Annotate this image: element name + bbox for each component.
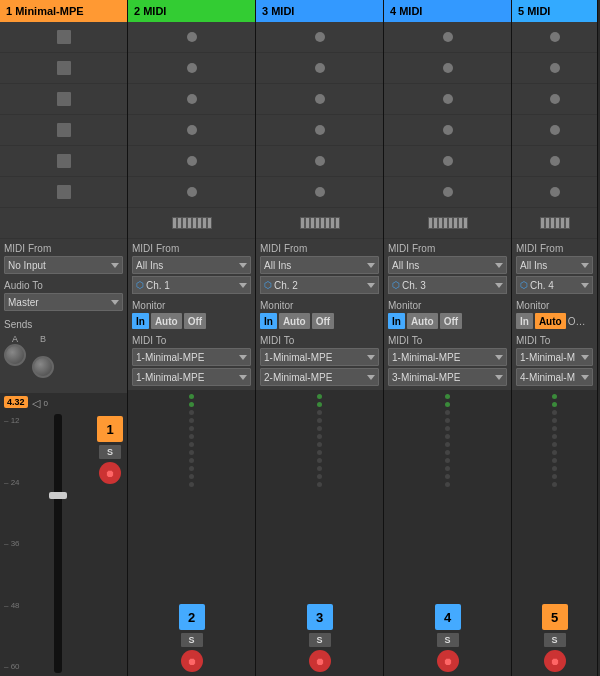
clip-slot-1-2[interactable] — [0, 53, 127, 84]
monitor-row-2: In Auto Off — [132, 313, 251, 329]
level-dot — [445, 394, 450, 399]
midi-to-dropdown-2b[interactable]: 1-Minimal-MPE — [132, 368, 251, 386]
clip-slot-3-4[interactable] — [256, 115, 383, 146]
midi-to-dropdown-5b[interactable]: 4-Minimal-M — [516, 368, 593, 386]
clip-slot-4-2[interactable] — [384, 53, 511, 84]
midi-to-dropdown-2a[interactable]: 1-Minimal-MPE — [132, 348, 251, 366]
midi-to-dropdown-3b[interactable]: 2-Minimal-MPE — [260, 368, 379, 386]
clip-slot-2-1[interactable] — [128, 22, 255, 53]
track-1-header[interactable]: 1 Minimal-MPE — [0, 0, 127, 22]
clip-slot-5-2[interactable] — [512, 53, 597, 84]
clip-slot-4-4[interactable] — [384, 115, 511, 146]
channel-dropdown-5[interactable]: ⬡ Ch. 4 — [516, 276, 593, 294]
monitor-in-btn-5[interactable]: In — [516, 313, 533, 329]
volume-fader-1[interactable] — [23, 414, 94, 673]
midi-from-dropdown-2[interactable]: All Ins — [132, 256, 251, 274]
channel-dropdown-3[interactable]: ⬡ Ch. 2 — [260, 276, 379, 294]
clip-slot-1-4[interactable] — [0, 115, 127, 146]
midi-to-dropdown-4a[interactable]: 1-Minimal-MPE — [388, 348, 507, 366]
monitor-auto-btn-2[interactable]: Auto — [151, 313, 182, 329]
record-icon-3: ⏺ — [315, 656, 325, 667]
track-controls-5: 5 S ⏺ — [542, 604, 568, 672]
clip-slot-3-2[interactable] — [256, 53, 383, 84]
solo-button-4[interactable]: S — [437, 633, 459, 647]
clip-slot-4-6[interactable] — [384, 177, 511, 208]
solo-button-2[interactable]: S — [181, 633, 203, 647]
midi-from-value-5: All Ins — [520, 260, 581, 271]
monitor-auto-btn-5[interactable]: Auto — [535, 313, 566, 329]
midi-from-dropdown-4[interactable]: All Ins — [388, 256, 507, 274]
midi-to-dropdown-5a[interactable]: 1-Minimal-M — [516, 348, 593, 366]
record-button-3[interactable]: ⏺ — [309, 650, 331, 672]
audio-to-dropdown-1[interactable]: Master — [4, 293, 123, 311]
send-a-knob[interactable] — [4, 344, 26, 366]
track-4-header[interactable]: 4 MIDI — [384, 0, 511, 22]
monitor-off-btn-4[interactable]: Off — [440, 313, 462, 329]
send-a-knob-container: A — [4, 334, 26, 378]
track-2-header[interactable]: 2 MIDI — [128, 0, 255, 22]
clip-slot-2-3[interactable] — [128, 84, 255, 115]
track-5-header[interactable]: 5 MIDI — [512, 0, 597, 22]
clip-circle — [550, 94, 560, 104]
monitor-in-btn-2[interactable]: In — [132, 313, 149, 329]
clip-slot-3-3[interactable] — [256, 84, 383, 115]
clip-slot-1-6[interactable] — [0, 177, 127, 208]
dropdown-arrow-icon — [239, 355, 247, 360]
monitor-auto-btn-4[interactable]: Auto — [407, 313, 438, 329]
monitor-label-4: Monitor — [388, 300, 507, 311]
midi-to-dropdown-4b[interactable]: 3-Minimal-MPE — [388, 368, 507, 386]
record-button-1[interactable]: ⏺ — [99, 462, 121, 484]
midi-to-dropdown-3a[interactable]: 1-Minimal-MPE — [260, 348, 379, 366]
monitor-off-btn-2[interactable]: Off — [184, 313, 206, 329]
clip-slot-4-5[interactable] — [384, 146, 511, 177]
clip-slot-2-2[interactable] — [128, 53, 255, 84]
record-button-4[interactable]: ⏺ — [437, 650, 459, 672]
clip-slot-5-5[interactable] — [512, 146, 597, 177]
track-num-button-1[interactable]: 1 — [97, 416, 123, 442]
clip-slot-4-3[interactable] — [384, 84, 511, 115]
track-num-button-3[interactable]: 3 — [307, 604, 333, 630]
level-dot — [317, 394, 322, 399]
db-48: – 48 — [4, 601, 20, 610]
record-button-5[interactable]: ⏺ — [544, 650, 566, 672]
audio-to-label-1: Audio To — [4, 280, 123, 291]
level-dot — [552, 466, 557, 471]
clip-slot-2-6[interactable] — [128, 177, 255, 208]
clip-slot-1-1[interactable] — [0, 22, 127, 53]
solo-button-1[interactable]: S — [99, 445, 121, 459]
send-b-label: B — [40, 334, 46, 344]
monitor-in-btn-3[interactable]: In — [260, 313, 277, 329]
monitor-section-4: Monitor In Auto Off — [384, 298, 511, 333]
monitor-auto-btn-3[interactable]: Auto — [279, 313, 310, 329]
clip-slot-1-5[interactable] — [0, 146, 127, 177]
dots-area-2 — [189, 394, 194, 604]
channel-dropdown-2[interactable]: ⬡ Ch. 1 — [132, 276, 251, 294]
solo-button-5[interactable]: S — [544, 633, 566, 647]
midi-from-dropdown-3[interactable]: All Ins — [260, 256, 379, 274]
monitor-in-btn-4[interactable]: In — [388, 313, 405, 329]
clip-slot-5-6[interactable] — [512, 177, 597, 208]
clip-slot-2-5[interactable] — [128, 146, 255, 177]
monitor-off-btn-3[interactable]: Off — [312, 313, 334, 329]
level-dot — [317, 402, 322, 407]
midi-from-dropdown-5[interactable]: All Ins — [516, 256, 593, 274]
clip-slot-3-6[interactable] — [256, 177, 383, 208]
clip-slot-5-3[interactable] — [512, 84, 597, 115]
track-num-button-4[interactable]: 4 — [435, 604, 461, 630]
track-3-header[interactable]: 3 MIDI — [256, 0, 383, 22]
channel-dropdown-4[interactable]: ⬡ Ch. 3 — [388, 276, 507, 294]
track-num-button-5[interactable]: 5 — [542, 604, 568, 630]
clip-slot-3-1[interactable] — [256, 22, 383, 53]
clip-slot-1-3[interactable] — [0, 84, 127, 115]
send-b-knob[interactable] — [32, 356, 54, 378]
clip-slot-5-1[interactable] — [512, 22, 597, 53]
record-button-2[interactable]: ⏺ — [181, 650, 203, 672]
track-num-button-2[interactable]: 2 — [179, 604, 205, 630]
clip-slot-5-4[interactable] — [512, 115, 597, 146]
fader-section-3: 3 S ⏺ — [256, 390, 383, 676]
clip-slot-3-5[interactable] — [256, 146, 383, 177]
midi-from-dropdown-1[interactable]: No Input — [4, 256, 123, 274]
solo-button-3[interactable]: S — [309, 633, 331, 647]
clip-slot-2-4[interactable] — [128, 115, 255, 146]
clip-slot-4-1[interactable] — [384, 22, 511, 53]
